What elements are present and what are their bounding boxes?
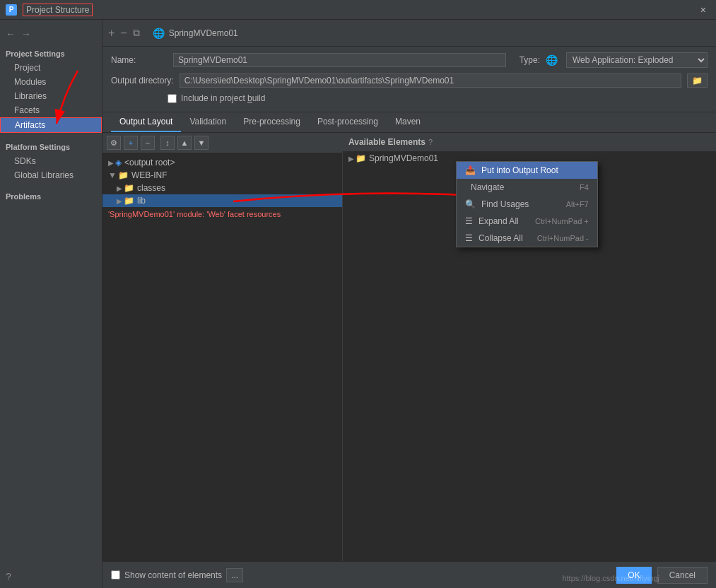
form-area: Name: Type: 🌐 Web Application: Exploded … (102, 47, 716, 112)
artifact-list-panel: + − ⧉ 🌐 SpringMVDemo01 (102, 20, 716, 47)
tree-down-btn[interactable]: ▼ (194, 136, 209, 150)
find-usages-icon: 🔍 (465, 199, 476, 209)
tab-validation[interactable]: Validation (181, 112, 235, 132)
sidebar-item-libraries[interactable]: Libraries (0, 89, 102, 103)
name-label: Name: (111, 55, 168, 65)
tree-item-web-inf[interactable]: ▼ 📁 WEB-INF (102, 169, 342, 182)
context-menu-item-navigate[interactable]: Navigate F4 (457, 179, 597, 196)
nav-forward[interactable]: → (21, 28, 31, 40)
collapse-all-icon: ☰ (465, 233, 473, 243)
type-icon: 🌐 (546, 54, 558, 66)
available-elements-help-icon[interactable]: ? (428, 138, 433, 146)
context-menu-item-collapse-all[interactable]: ☰ Collapse All Ctrl+NumPad - (457, 230, 597, 247)
expand-arrow-web-inf: ▼ (108, 170, 117, 180)
available-elements-title: Available Elements (348, 137, 426, 147)
tree-content: ▶ ◈ <output root> ▼ 📁 WEB-INF ▶ 📁 cl (102, 153, 342, 561)
expand-all-label: Expand All (479, 216, 519, 226)
window-title: Project Structure (23, 4, 93, 16)
context-menu-item-find-usages[interactable]: 🔍 Find Usages Alt+F7 (457, 196, 597, 213)
context-menu-item-put-into-output-root[interactable]: 📥 Put into Output Root (457, 162, 597, 179)
project-settings-header: Project Settings (0, 45, 102, 61)
expand-all-icon: ☰ (465, 216, 473, 226)
tree-item-lib[interactable]: ▶ 📁 lib (102, 194, 342, 207)
type-select[interactable]: Web Application: Exploded (566, 52, 708, 68)
remove-artifact-btn[interactable]: − (120, 27, 127, 40)
show-content-dots-btn[interactable]: ... (226, 568, 243, 582)
sidebar-item-problems[interactable]: Problems (0, 188, 102, 204)
include-checkbox[interactable] (168, 94, 177, 103)
sidebar-nav: ← → (0, 25, 102, 42)
add-artifact-btn[interactable]: + (108, 27, 115, 40)
artifacts-wrapper: Artifacts (0, 117, 102, 133)
tree-remove-btn[interactable]: − (141, 136, 155, 150)
sidebar-item-facets[interactable]: Facets (0, 103, 102, 117)
folder-icon-web-inf: 📁 (118, 170, 129, 180)
folder-icon-classes: 📁 (124, 183, 134, 193)
tree-up-btn[interactable]: ▲ (177, 136, 192, 150)
sidebar-item-sdks[interactable]: SDKs (0, 154, 102, 168)
tab-pre-processing[interactable]: Pre-processing (235, 112, 309, 132)
navigate-shortcut: F4 (580, 183, 589, 192)
sidebar-item-artifacts[interactable]: Artifacts (0, 117, 102, 133)
sidebar-item-global-libraries[interactable]: Global Libraries (0, 168, 102, 182)
split-pane: ⚙ + − ↕ ▲ ▼ ▶ ◈ <output root> (102, 133, 716, 561)
show-content-label: Show content of elements (124, 570, 222, 580)
sidebar-item-project[interactable]: Project (0, 61, 102, 75)
name-input[interactable] (173, 53, 506, 67)
collapse-all-label: Collapse All (479, 233, 523, 243)
context-menu: 📥 Put into Output Root Navigate F4 🔍 (456, 161, 598, 247)
expand-arrow-classes: ▶ (117, 184, 122, 192)
tree-add-btn[interactable]: + (124, 136, 138, 150)
expand-arrow-lib: ▶ (117, 197, 122, 205)
collapse-all-shortcut: Ctrl+NumPad - (537, 234, 589, 242)
browse-button[interactable]: 📁 (687, 74, 708, 88)
sidebar: ← → Project Settings Project Modules Lib… (0, 20, 102, 588)
expand-all-shortcut: Ctrl+NumPad + (535, 217, 589, 225)
bottom-left: Show content of elements ... (111, 568, 243, 582)
title-bar: P Project Structure × (0, 0, 716, 20)
main-layout: ← → Project Settings Project Modules Lib… (0, 20, 716, 588)
name-row: Name: Type: 🌐 Web Application: Exploded (111, 52, 708, 68)
tab-maven[interactable]: Maven (387, 112, 429, 132)
output-root-icon: ◈ (115, 158, 122, 167)
context-menu-item-expand-all[interactable]: ☰ Expand All Ctrl+NumPad + (457, 213, 597, 230)
tab-post-processing[interactable]: Post-processing (309, 112, 387, 132)
include-checkbox-row: Include in project build (111, 93, 708, 103)
expand-arrow-output-root: ▶ (108, 159, 114, 167)
web-inf-label: WEB-INF (131, 170, 168, 180)
spring-demo-label: SpringMVDemo01 (369, 153, 438, 163)
available-elements-header: Available Elements ? (343, 133, 716, 152)
output-dir-input[interactable] (180, 74, 681, 88)
help-button[interactable]: ? (6, 571, 11, 582)
tab-output-layout[interactable]: Output Layout (111, 112, 181, 132)
artifact-name: SpringMVDemo01 (169, 28, 238, 38)
tree-settings-btn[interactable]: ⚙ (107, 136, 121, 150)
app-icon: P (6, 4, 17, 16)
artifact-list-item[interactable]: 🌐 SpringMVDemo01 (148, 25, 242, 41)
platform-settings-header: Platform Settings (0, 139, 102, 154)
tabs-bar: Output Layout Validation Pre-processing … (102, 112, 716, 133)
tree-pane: ⚙ + − ↕ ▲ ▼ ▶ ◈ <output root> (102, 133, 343, 561)
find-usages-label: Find Usages (481, 199, 529, 209)
put-into-output-root-icon: 📥 (465, 165, 476, 175)
include-label: Include in project build (181, 93, 265, 103)
copy-artifact-btn[interactable]: ⧉ (133, 27, 140, 39)
nav-back[interactable]: ← (6, 28, 16, 40)
sidebar-item-modules[interactable]: Modules (0, 75, 102, 89)
navigate-label: Navigate (471, 182, 504, 192)
close-button[interactable]: × (696, 3, 710, 17)
cancel-button[interactable]: Cancel (657, 567, 708, 584)
type-label: Type: (512, 55, 540, 65)
output-dir-row: Output directory: 📁 (111, 74, 708, 88)
folder-icon-spring: 📁 (356, 153, 366, 163)
tree-item-classes[interactable]: ▶ 📁 classes (102, 182, 342, 194)
find-usages-shortcut: Alt+F7 (566, 200, 589, 208)
tree-toolbar: ⚙ + − ↕ ▲ ▼ (102, 133, 342, 153)
show-content-checkbox[interactable] (111, 570, 120, 580)
lib-label: lib (137, 196, 146, 206)
tree-item-output-root[interactable]: ▶ ◈ <output root> (102, 156, 342, 169)
tree-sort-btn[interactable]: ↕ (160, 136, 175, 150)
tree-error-text: 'SpringMVDemo01' module: 'Web' facet res… (102, 207, 342, 221)
expand-arrow-spring: ▶ (348, 155, 354, 163)
watermark: https://blog.csdn.net/Nflyingj (562, 574, 659, 582)
